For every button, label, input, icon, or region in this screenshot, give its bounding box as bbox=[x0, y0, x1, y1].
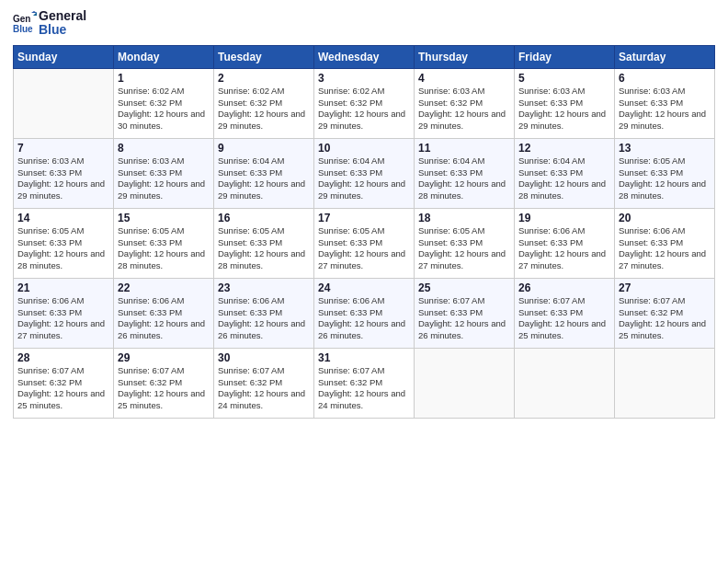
sunrise: Sunrise: 6:05 AM bbox=[17, 225, 84, 236]
week-row-4: 21 Sunrise: 6:06 AM Sunset: 6:33 PM Dayl… bbox=[14, 278, 715, 348]
sunset: Sunset: 6:33 PM bbox=[218, 307, 282, 317]
sunrise: Sunrise: 6:03 AM bbox=[17, 155, 84, 166]
day-header-sunday: Sunday bbox=[14, 45, 114, 68]
daylight: Daylight: 12 hours and 29 minutes. bbox=[17, 178, 105, 201]
day-number: 24 bbox=[318, 282, 410, 294]
week-row-3: 14 Sunrise: 6:05 AM Sunset: 6:33 PM Dayl… bbox=[14, 208, 715, 278]
day-info: Sunrise: 6:07 AM Sunset: 6:32 PM Dayligh… bbox=[17, 365, 109, 412]
sunrise: Sunrise: 6:03 AM bbox=[118, 155, 184, 166]
daylight: Daylight: 12 hours and 28 minutes. bbox=[518, 178, 606, 201]
day-number: 18 bbox=[418, 212, 510, 224]
day-info: Sunrise: 6:06 AM Sunset: 6:33 PM Dayligh… bbox=[619, 225, 711, 272]
sunrise: Sunrise: 6:04 AM bbox=[518, 155, 585, 166]
sunrise: Sunrise: 6:07 AM bbox=[318, 365, 384, 375]
sunset: Sunset: 6:32 PM bbox=[118, 98, 182, 108]
day-info: Sunrise: 6:04 AM Sunset: 6:33 PM Dayligh… bbox=[318, 155, 410, 202]
sunset: Sunset: 6:33 PM bbox=[418, 237, 483, 247]
calendar-cell: 15 Sunrise: 6:05 AM Sunset: 6:33 PM Dayl… bbox=[114, 208, 214, 278]
daylight: Daylight: 12 hours and 26 minutes. bbox=[118, 318, 205, 340]
calendar-cell: 17 Sunrise: 6:05 AM Sunset: 6:33 PM Dayl… bbox=[314, 208, 415, 278]
day-number: 12 bbox=[518, 142, 610, 155]
sunrise: Sunrise: 6:07 AM bbox=[418, 295, 484, 305]
day-number: 6 bbox=[619, 72, 711, 85]
calendar-cell: 9 Sunrise: 6:04 AM Sunset: 6:33 PM Dayli… bbox=[214, 138, 314, 208]
sunset: Sunset: 6:33 PM bbox=[619, 98, 683, 108]
daylight: Daylight: 12 hours and 28 minutes. bbox=[619, 178, 706, 201]
sunset: Sunset: 6:33 PM bbox=[118, 307, 182, 317]
sunrise: Sunrise: 6:06 AM bbox=[518, 225, 585, 236]
calendar-cell: 5 Sunrise: 6:03 AM Sunset: 6:33 PM Dayli… bbox=[515, 68, 615, 138]
day-info: Sunrise: 6:03 AM Sunset: 6:33 PM Dayligh… bbox=[17, 155, 109, 202]
calendar-cell: 24 Sunrise: 6:06 AM Sunset: 6:33 PM Dayl… bbox=[314, 278, 415, 348]
daylight: Daylight: 12 hours and 29 minutes. bbox=[318, 178, 405, 201]
daylight: Daylight: 12 hours and 25 minutes. bbox=[619, 318, 706, 340]
day-number: 21 bbox=[17, 282, 109, 294]
sunset: Sunset: 6:32 PM bbox=[118, 377, 182, 387]
day-info: Sunrise: 6:07 AM Sunset: 6:32 PM Dayligh… bbox=[218, 365, 310, 412]
day-number: 30 bbox=[218, 351, 310, 364]
calendar-cell: 13 Sunrise: 6:05 AM Sunset: 6:33 PM Dayl… bbox=[615, 138, 715, 208]
day-number: 8 bbox=[118, 142, 210, 155]
daylight: Daylight: 12 hours and 24 minutes. bbox=[318, 388, 405, 410]
calendar-cell: 6 Sunrise: 6:03 AM Sunset: 6:33 PM Dayli… bbox=[615, 68, 715, 138]
daylight: Daylight: 12 hours and 27 minutes. bbox=[318, 248, 405, 270]
day-info: Sunrise: 6:03 AM Sunset: 6:33 PM Dayligh… bbox=[518, 86, 610, 132]
sunrise: Sunrise: 6:05 AM bbox=[218, 225, 284, 236]
sunset: Sunset: 6:32 PM bbox=[218, 377, 282, 387]
sunset: Sunset: 6:32 PM bbox=[619, 307, 683, 317]
sunrise: Sunrise: 6:03 AM bbox=[518, 86, 585, 96]
sunrise: Sunrise: 6:02 AM bbox=[118, 86, 184, 96]
day-number: 20 bbox=[619, 212, 711, 224]
calendar-table: SundayMondayTuesdayWednesdayThursdayFrid… bbox=[13, 45, 715, 419]
day-number: 26 bbox=[518, 282, 610, 294]
daylight: Daylight: 12 hours and 29 minutes. bbox=[118, 178, 205, 201]
day-info: Sunrise: 6:07 AM Sunset: 6:32 PM Dayligh… bbox=[118, 365, 210, 412]
day-number: 22 bbox=[118, 282, 210, 294]
daylight: Daylight: 12 hours and 27 minutes. bbox=[17, 318, 105, 340]
sunset: Sunset: 6:33 PM bbox=[518, 167, 583, 178]
daylight: Daylight: 12 hours and 25 minutes. bbox=[17, 388, 105, 410]
day-number: 1 bbox=[118, 72, 210, 85]
day-info: Sunrise: 6:05 AM Sunset: 6:33 PM Dayligh… bbox=[418, 225, 510, 272]
daylight: Daylight: 12 hours and 24 minutes. bbox=[218, 388, 305, 410]
day-number: 9 bbox=[218, 142, 310, 155]
day-number: 15 bbox=[118, 212, 210, 224]
sunrise: Sunrise: 6:03 AM bbox=[619, 86, 685, 96]
week-row-5: 28 Sunrise: 6:07 AM Sunset: 6:32 PM Dayl… bbox=[14, 348, 715, 418]
daylight: Daylight: 12 hours and 25 minutes. bbox=[118, 388, 205, 410]
day-number: 25 bbox=[418, 282, 510, 294]
day-number: 7 bbox=[17, 142, 109, 155]
sunset: Sunset: 6:33 PM bbox=[619, 167, 683, 178]
svg-text:Blue: Blue bbox=[13, 24, 33, 34]
sunset: Sunset: 6:32 PM bbox=[17, 377, 82, 387]
sunrise: Sunrise: 6:05 AM bbox=[118, 225, 184, 236]
sunset: Sunset: 6:33 PM bbox=[118, 237, 182, 247]
sunset: Sunset: 6:33 PM bbox=[518, 307, 583, 317]
daylight: Daylight: 12 hours and 29 minutes. bbox=[518, 109, 606, 131]
day-info: Sunrise: 6:05 AM Sunset: 6:33 PM Dayligh… bbox=[17, 225, 109, 272]
day-info: Sunrise: 6:03 AM Sunset: 6:33 PM Dayligh… bbox=[118, 155, 210, 202]
daylight: Daylight: 12 hours and 29 minutes. bbox=[619, 109, 706, 131]
calendar-body: 1 Sunrise: 6:02 AM Sunset: 6:32 PM Dayli… bbox=[14, 68, 715, 418]
sunset: Sunset: 6:32 PM bbox=[218, 98, 282, 108]
day-number: 17 bbox=[318, 212, 410, 224]
sunrise: Sunrise: 6:06 AM bbox=[318, 295, 384, 305]
day-number: 31 bbox=[318, 351, 410, 364]
day-info: Sunrise: 6:07 AM Sunset: 6:33 PM Dayligh… bbox=[418, 295, 510, 342]
calendar-cell: 4 Sunrise: 6:03 AM Sunset: 6:32 PM Dayli… bbox=[415, 68, 515, 138]
logo-text: General Blue bbox=[39, 9, 86, 38]
calendar-cell: 10 Sunrise: 6:04 AM Sunset: 6:33 PM Dayl… bbox=[314, 138, 415, 208]
sunset: Sunset: 6:33 PM bbox=[17, 167, 82, 178]
day-number: 29 bbox=[118, 351, 210, 364]
day-info: Sunrise: 6:03 AM Sunset: 6:32 PM Dayligh… bbox=[418, 86, 510, 132]
sunset: Sunset: 6:33 PM bbox=[17, 237, 82, 247]
day-info: Sunrise: 6:04 AM Sunset: 6:33 PM Dayligh… bbox=[418, 155, 510, 202]
day-header-wednesday: Wednesday bbox=[314, 45, 415, 68]
sunrise: Sunrise: 6:04 AM bbox=[318, 155, 384, 166]
day-number: 4 bbox=[418, 72, 510, 85]
daylight: Daylight: 12 hours and 26 minutes. bbox=[418, 318, 506, 340]
calendar-cell bbox=[515, 348, 615, 418]
calendar-cell: 8 Sunrise: 6:03 AM Sunset: 6:33 PM Dayli… bbox=[114, 138, 214, 208]
day-number: 19 bbox=[518, 212, 610, 224]
calendar-cell: 3 Sunrise: 6:02 AM Sunset: 6:32 PM Dayli… bbox=[314, 68, 415, 138]
